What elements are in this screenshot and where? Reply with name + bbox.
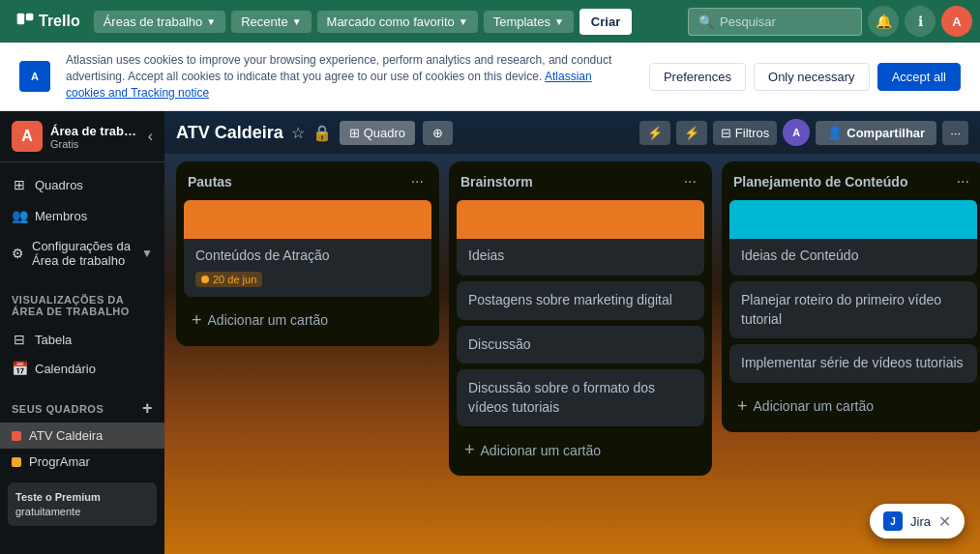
add-card-brainstorm[interactable]: + Adicionar um cartão — [457, 434, 704, 466]
promo-title: Teste o Premium — [15, 490, 149, 504]
card-cover — [457, 200, 704, 239]
card-badge-date: 20 de jun — [195, 272, 262, 287]
board-icon: ⊞ — [349, 126, 360, 140]
card-discussao[interactable]: Discussão — [457, 326, 704, 364]
workspace-menu[interactable]: Áreas de trabalho ▼ — [94, 11, 226, 33]
views-section-header: Visualizações da área de trabalho — [0, 282, 164, 321]
board-view-button[interactable]: ⊞ Quadro — [340, 121, 415, 145]
bell-icon: 🔔 — [876, 14, 892, 29]
card-title: Discussão sobre o formato dos vídeos tut… — [468, 379, 693, 417]
board-columns: Pautas ··· Conteúdos de Atração 20 de ju… — [164, 154, 980, 554]
accept-all-button[interactable]: Accept all — [877, 63, 961, 91]
workspace-header[interactable]: A Área de trabalho do Trello Gratis ‹ — [0, 111, 164, 162]
starred-menu[interactable]: Marcado como favorito ▼ — [317, 11, 478, 33]
main-layout: A Área de trabalho do Trello Gratis ‹ ⊞ … — [0, 111, 980, 554]
plus-icon: + — [192, 310, 202, 331]
column-title-planejamento: Planejamento de Conteúdo — [733, 174, 907, 190]
boards-section-header: Seus quadros + — [0, 387, 164, 423]
create-button[interactable]: Criar — [579, 9, 632, 35]
visibility-icon[interactable]: 🔒 — [312, 124, 332, 142]
column-planejamento: Planejamento de Conteúdo ··· Ideias de C… — [722, 161, 980, 431]
add-card-pautas[interactable]: + Adicionar um cartão — [184, 305, 431, 336]
only-necessary-button[interactable]: Only necessary — [754, 63, 870, 91]
search-bar[interactable]: 🔍 — [688, 8, 862, 36]
jira-label: Jira — [910, 514, 931, 529]
share-button[interactable]: 👤 Compartilhar — [816, 121, 936, 145]
atlassian-logo: A — [19, 61, 50, 92]
board-member-avatar[interactable]: A — [783, 119, 810, 146]
column-menu-brainstorm[interactable]: ··· — [680, 171, 700, 192]
workspace-toggle-icon: ‹ — [148, 128, 153, 145]
card-title: Planejar roteiro do primeiro vídeo tutor… — [741, 291, 965, 329]
workspace-views: ⊟ Tabela 📅 Calendário — [0, 321, 164, 387]
card-postagens[interactable]: Postagens sobre marketing digital — [457, 281, 704, 320]
plus-icon: + — [464, 440, 475, 460]
app-name: Trello — [39, 13, 80, 30]
card-ideias-conteudo[interactable]: Ideias de Conteúdo — [729, 200, 977, 276]
svg-rect-1 — [26, 14, 34, 21]
card-ideias[interactable]: Ideias — [457, 200, 704, 276]
sidebar-board-atv-caldeira[interactable]: ATV Caldeira — [0, 423, 164, 449]
board-color-dot — [12, 431, 21, 441]
sidebar-board-programar[interactable]: ProgrAmar — [0, 449, 164, 475]
card-title: Ideias de Conteúdo — [741, 247, 965, 266]
star-icon[interactable]: ☆ — [291, 124, 305, 142]
board-title: ATV Caldeira — [176, 123, 283, 143]
recent-menu[interactable]: Recente ▼ — [231, 11, 311, 33]
info-button[interactable]: ℹ — [905, 6, 935, 37]
workspace-avatar: A — [12, 121, 43, 152]
top-navigation: Trello Áreas de trabalho ▼ Recente ▼ Mar… — [0, 0, 980, 43]
workspace-plan: Gratis — [50, 138, 140, 150]
table-icon: ⊟ — [12, 332, 27, 347]
automation-button[interactable]: ⚡ — [676, 121, 707, 145]
search-input[interactable] — [720, 15, 846, 29]
sidebar: A Área de trabalho do Trello Gratis ‹ ⊞ … — [0, 111, 164, 554]
card-conteudos[interactable]: Conteúdos de Atração 20 de jun — [184, 200, 431, 297]
settings-icon: ⚙ — [12, 246, 24, 261]
sidebar-item-boards[interactable]: ⊞ Quadros — [0, 170, 164, 199]
boards-icon: ⊞ — [12, 177, 27, 192]
board-header: ATV Caldeira ☆ 🔒 ⊞ Quadro ⊕ ⚡ ⚡ ⊟ Fi — [164, 111, 980, 154]
sidebar-item-settings[interactable]: ⚙ Configurações da Área de trabalho ▼ — [0, 232, 164, 275]
add-board-icon[interactable]: + — [142, 398, 153, 419]
column-title-pautas: Pautas — [188, 174, 232, 190]
plus-icon: + — [737, 396, 748, 417]
notifications-button[interactable]: 🔔 — [868, 6, 899, 37]
power-icon: ⚡ — [647, 126, 663, 140]
ellipsis-icon: ··· — [950, 126, 961, 140]
column-menu-planejamento[interactable]: ··· — [953, 171, 973, 192]
card-cover — [184, 200, 431, 239]
jira-widget[interactable]: J Jira ✕ — [870, 504, 965, 539]
settings-chevron-icon: ▼ — [141, 247, 153, 260]
cookie-banner: A Atlassian uses cookies to improve your… — [0, 43, 980, 111]
board-color-dot — [12, 457, 21, 467]
card-planejar-roteiro[interactable]: Planejar roteiro do primeiro vídeo tutor… — [729, 281, 977, 338]
info-icon: ℹ — [918, 14, 923, 29]
cookie-actions: Preferences Only necessary Accept all — [649, 63, 961, 91]
bolt-icon: ⚡ — [684, 126, 699, 140]
card-implementar-serie[interactable]: Implementar série de vídeos tutoriais — [729, 344, 977, 383]
app-logo[interactable]: Trello — [8, 8, 88, 35]
sidebar-item-calendar[interactable]: 📅 Calendário — [0, 354, 164, 383]
cookie-text: Atlassian uses cookies to improve your b… — [66, 52, 634, 101]
power-ups-button[interactable]: ⚡ — [639, 121, 670, 145]
sidebar-nav: ⊞ Quadros 👥 Membros + ⚙ Configurações da… — [0, 162, 164, 282]
more-options-button[interactable]: ··· — [942, 121, 968, 145]
jira-logo: J — [883, 511, 903, 531]
templates-menu[interactable]: Templates ▼ — [484, 11, 574, 33]
column-menu-pautas[interactable]: ··· — [407, 171, 428, 192]
board-view-options[interactable]: ⊕ — [423, 121, 453, 145]
filters-button[interactable]: ⊟ Filtros — [713, 121, 777, 145]
sidebar-promo[interactable]: Teste o Premium gratuitamente — [8, 482, 157, 526]
sidebar-item-table[interactable]: ⊟ Tabela — [0, 325, 164, 354]
card-discussao-formato[interactable]: Discussão sobre o formato dos vídeos tut… — [457, 369, 704, 426]
add-card-planejamento[interactable]: + Adicionar um cartão — [729, 391, 977, 423]
user-avatar[interactable]: A — [941, 6, 972, 37]
jira-close-icon[interactable]: ✕ — [938, 512, 951, 531]
preferences-button[interactable]: Preferences — [649, 63, 746, 91]
trello-logo-icon — [15, 12, 35, 31]
card-title: Conteúdos de Atração — [195, 247, 420, 266]
board-area: ATV Caldeira ☆ 🔒 ⊞ Quadro ⊕ ⚡ ⚡ ⊟ Fi — [164, 111, 980, 554]
sidebar-item-members[interactable]: 👥 Membros + — [0, 199, 164, 232]
card-title: Postagens sobre marketing digital — [468, 291, 693, 310]
